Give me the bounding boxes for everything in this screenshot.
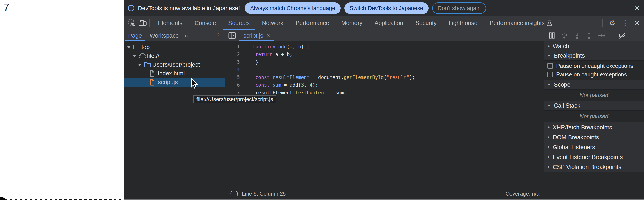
line-number[interactable]: 2: [225, 51, 251, 58]
code-editor[interactable]: 1function add(a, b) {2 return a + b;3 }4…: [225, 41, 544, 188]
tree-item-index-html[interactable]: index.html: [124, 69, 225, 78]
section-label: DOM Breakpoints: [553, 134, 599, 141]
tab-sources[interactable]: Sources: [222, 16, 256, 30]
tab-console[interactable]: Console: [188, 16, 222, 30]
section-dom-breakpoints[interactable]: DOM Breakpoints: [544, 132, 644, 142]
navigator-menu-kebab-icon[interactable]: ⋮: [211, 30, 225, 41]
tab-memory[interactable]: Memory: [335, 16, 368, 30]
infobar-message: DevTools is now available in Japanese!: [138, 5, 240, 12]
tree-item-label: Users/user/project: [152, 61, 200, 68]
page-result-text: 7: [4, 2, 9, 13]
tab-label: Security: [416, 19, 437, 26]
editor-tabbar: script.js ×: [225, 30, 544, 41]
devtools-close-icon[interactable]: ×: [635, 19, 640, 27]
infobar-close-icon[interactable]: ×: [635, 4, 640, 12]
tab-lighthouse[interactable]: Lighthouse: [442, 16, 483, 30]
code-line: 5 const resultElement = document.getElem…: [225, 74, 544, 81]
banner-button-always-match-chrome-s-language[interactable]: Always match Chrome's language: [245, 2, 340, 14]
chevron-down-icon[interactable]: [138, 64, 144, 66]
tab-label: Application: [374, 19, 403, 26]
more-tabs-chevron-icon[interactable]: »: [182, 30, 190, 41]
devtools-tabbar: ElementsConsoleSourcesNetworkPerformance…: [124, 16, 644, 30]
checkbox-unchecked[interactable]: [547, 63, 553, 69]
tree-item-label: index.html: [158, 70, 185, 77]
file-path-tooltip: file:///Users/user/project/script.js: [193, 95, 276, 103]
chevron-right-icon: [548, 146, 550, 149]
code-line: 2 return a + b;: [225, 51, 544, 58]
section-call-stack[interactable]: Call Stack: [544, 101, 644, 111]
line-number[interactable]: 1: [225, 43, 251, 51]
section-xhr-fetch-breakpoints[interactable]: XHR/fetch Breakpoints: [544, 122, 644, 132]
coverage-text: Coverage: n/a: [506, 191, 540, 197]
chevron-down-icon[interactable]: [132, 55, 138, 57]
tab-label: Performance insights: [490, 19, 545, 26]
screen-corner-shape: [0, 197, 5, 200]
step-out-icon: [586, 32, 592, 39]
section-scope[interactable]: Scope: [544, 80, 644, 90]
tree-item-top[interactable]: top: [124, 43, 225, 51]
code-text: }: [251, 58, 258, 66]
inspect-element-icon[interactable]: [128, 19, 135, 27]
folder-icon: [144, 62, 152, 68]
chevron-down-icon[interactable]: [127, 46, 133, 48]
code-line: 3 }: [225, 58, 544, 66]
pretty-print-icon[interactable]: { }: [230, 191, 239, 197]
file-js-icon: [150, 79, 158, 86]
section-csp-violation-breakpoints[interactable]: CSP Violation Breakpoints: [544, 162, 644, 172]
pause-script-icon[interactable]: [549, 32, 555, 39]
checkbox-row-pause-on-caught-exceptions[interactable]: Pause on caught exceptions: [544, 70, 644, 79]
toolbar-separator: [602, 19, 602, 27]
step-over-icon: [561, 32, 568, 39]
line-number[interactable]: 6: [225, 81, 251, 89]
code-text: function add(a, b) {: [251, 43, 310, 51]
tab-network[interactable]: Network: [256, 16, 289, 30]
tab-elements[interactable]: Elements: [152, 16, 188, 30]
code-text: const resultElement = document.getElemen…: [251, 74, 415, 81]
tab-performance[interactable]: Performance: [290, 16, 335, 30]
mouse-cursor: [191, 78, 199, 89]
tree-item-users-user-project[interactable]: Users/user/project: [124, 60, 225, 69]
banner-button-switch-devtools-to-japanese[interactable]: Switch DevTools to Japanese: [344, 2, 429, 14]
checkbox-unchecked[interactable]: [547, 72, 553, 77]
debugger-toolbar: [544, 30, 644, 41]
tree-item-script-js[interactable]: script.js: [124, 78, 225, 87]
editor-pane: script.js × 1function add(a, b) {2 retur…: [225, 30, 544, 199]
more-options-kebab-icon[interactable]: ⋮: [622, 19, 628, 26]
line-number[interactable]: 5: [225, 74, 251, 81]
tree-item-file-[interactable]: file://: [124, 51, 225, 60]
section-watch[interactable]: Watch: [544, 41, 644, 51]
editor-tab-label: script.js: [243, 32, 263, 39]
line-number[interactable]: 4: [225, 66, 251, 74]
settings-gear-icon[interactable]: ⚙: [609, 19, 616, 26]
code-line: 4: [225, 66, 544, 74]
section-global-listeners[interactable]: Global Listeners: [544, 142, 644, 152]
editor-tab-scriptjs[interactable]: script.js ×: [239, 30, 274, 41]
editor-statusbar: { } Line 5, Column 25 Coverage: n/a: [225, 188, 544, 199]
tab-application[interactable]: Application: [368, 16, 409, 30]
debugger-sidebar: Watch Breakpoints Pause on uncaught exce…: [544, 30, 644, 199]
tab-label: Network: [262, 19, 283, 26]
line-number[interactable]: 3: [225, 58, 251, 66]
checkbox-row-pause-on-uncaught-exceptions[interactable]: Pause on uncaught exceptions: [544, 62, 644, 70]
tab-label: Console: [194, 19, 216, 26]
section-breakpoints[interactable]: Breakpoints: [544, 51, 644, 61]
code-line: 1function add(a, b) {: [225, 43, 544, 51]
device-toolbar-icon[interactable]: [139, 19, 147, 27]
tab-label: Lighthouse: [449, 19, 477, 26]
file-html-icon: [150, 70, 158, 77]
tab-label: Elements: [158, 19, 182, 26]
tab-close-icon[interactable]: ×: [266, 32, 270, 39]
navigator-tab-page[interactable]: Page: [124, 30, 146, 41]
tab-security[interactable]: Security: [410, 16, 443, 30]
tab-label: Performance: [296, 19, 329, 26]
hide-navigator-icon[interactable]: [225, 30, 239, 41]
file-tree: topfile://Users/user/projectindex.htmlsc…: [124, 41, 225, 199]
experiment-flask-icon: [547, 20, 552, 26]
deactivate-breakpoints-icon[interactable]: [619, 32, 626, 39]
cursor-position-text: Line 5, Column 25: [242, 191, 286, 197]
banner-button-don-t-show-again[interactable]: Don't show again: [432, 2, 486, 14]
navigator-tab-workspace[interactable]: Workspace: [146, 30, 183, 41]
sources-navigator-pane: PageWorkspace » ⋮ topfile://Users/user/p…: [124, 30, 225, 199]
tab-performance-insights[interactable]: Performance insights: [484, 16, 558, 30]
section-event-listener-breakpoints[interactable]: Event Listener Breakpoints: [544, 152, 644, 162]
